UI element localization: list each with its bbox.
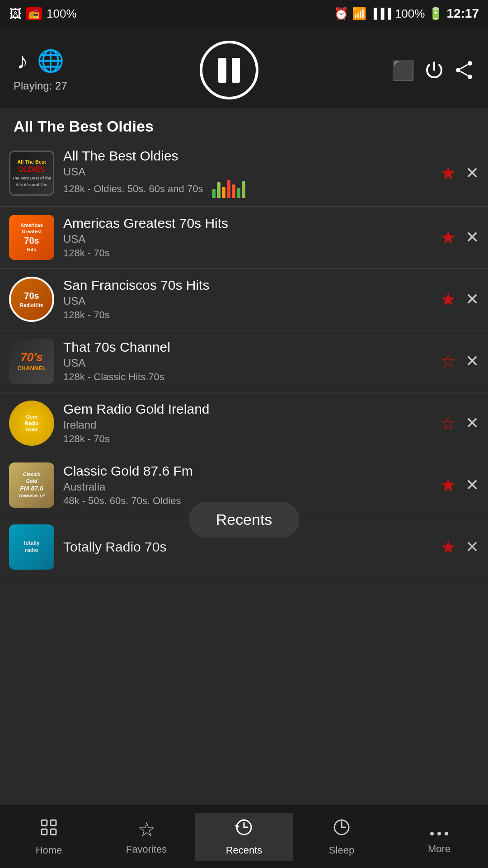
more-icon — [429, 819, 449, 840]
station-actions: ☆ ✕ — [440, 413, 479, 434]
nav-item-more[interactable]: More — [390, 814, 488, 859]
station-logo: AmericasGreatest70sHits — [9, 215, 54, 260]
station-actions: ★ ✕ — [440, 475, 479, 495]
player-left-icons: ♪ 🌐 Playing: 27 — [14, 48, 67, 92]
station-logo: ClassicGoldFM 87.6TOWNSVILLE — [9, 462, 54, 508]
battery-percent: 100% — [395, 7, 425, 21]
svg-point-13 — [445, 832, 448, 835]
app-icon: 📻 — [26, 7, 42, 20]
svg-point-12 — [437, 832, 441, 835]
station-name: Totally Radio 70s — [63, 539, 440, 555]
station-details: 128k - 70s — [63, 309, 440, 321]
svg-line-3 — [460, 65, 468, 69]
station-country: USA — [63, 357, 440, 369]
station-country: USA — [63, 165, 440, 178]
station-name: Classic Gold 87.6 Fm — [63, 463, 440, 479]
signal-icon: ▐▐▐ — [370, 8, 391, 19]
playing-label: Playing: 27 — [14, 80, 67, 92]
home-label: Home — [36, 844, 62, 856]
nav-item-home[interactable]: Home — [0, 813, 98, 861]
radio-item[interactable]: All The BestOLDIESThe Very Best of the 5… — [0, 140, 488, 207]
station-details: 128k - Classic Hits.70s — [63, 371, 440, 383]
player-header: ♪ 🌐 Playing: 27 ⬛ — [0, 27, 488, 108]
remove-button[interactable]: ✕ — [465, 414, 479, 433]
station-name: San Franciscos 70s Hits — [63, 278, 440, 293]
time-display: 12:17 — [446, 6, 479, 21]
favorite-button[interactable]: ★ — [440, 163, 456, 184]
remove-button[interactable]: ✕ — [465, 164, 479, 183]
station-country: Australia — [63, 481, 440, 493]
favorite-button[interactable]: ★ — [440, 289, 456, 310]
share-button[interactable] — [454, 60, 474, 80]
sleep-label: Sleep — [329, 844, 354, 856]
recents-tooltip: Recents — [189, 502, 300, 538]
main-content: All The BestOLDIESThe Very Best of the 5… — [0, 140, 488, 646]
favorites-icon: ☆ — [138, 818, 155, 841]
station-info: Totally Radio 70s — [63, 539, 440, 555]
station-country: USA — [63, 233, 440, 245]
svg-point-11 — [430, 832, 434, 835]
station-logo: 70'sCHANNEL — [9, 339, 54, 384]
favorite-button[interactable]: ★ — [440, 537, 456, 557]
nav-item-sleep[interactable]: Sleep — [293, 813, 390, 861]
section-title: All The Best Oldies — [0, 108, 488, 140]
nav-item-favorites[interactable]: ☆ Favorites — [98, 813, 195, 860]
station-details: 128k - Oldies. 50s. 60s and 70s — [63, 183, 203, 195]
more-label: More — [428, 843, 450, 855]
music-note-button[interactable]: ♪ — [17, 48, 28, 74]
station-name: Gem Radio Gold Ireland — [63, 401, 440, 417]
remove-button[interactable]: ✕ — [465, 476, 479, 495]
station-actions: ★ ✕ — [440, 163, 479, 184]
pause-button[interactable] — [200, 41, 258, 99]
svg-rect-7 — [51, 820, 56, 826]
nav-item-recents[interactable]: Recents — [195, 813, 293, 861]
wifi-icon: 📶 — [352, 7, 366, 21]
station-info: Americas Greatest 70s Hits USA 128k - 70… — [63, 216, 440, 259]
station-country: Ireland — [63, 419, 440, 431]
bottom-nav: Home ☆ Favorites Recents Sleep — [0, 805, 488, 868]
status-left: 🖼 📻 100% — [9, 6, 77, 21]
svg-line-4 — [460, 71, 468, 75]
equalizer — [212, 180, 245, 198]
station-logo: totallyradio — [9, 524, 54, 570]
radio-item[interactable]: AmericasGreatest70sHits Americas Greates… — [0, 207, 488, 269]
station-name: That 70s Channel — [63, 340, 440, 355]
home-icon — [39, 817, 59, 842]
favorite-button[interactable]: ☆ — [440, 351, 456, 372]
photo-icon: 🖼 — [9, 6, 22, 21]
pause-icon — [218, 58, 240, 83]
station-actions: ★ ✕ — [440, 537, 479, 557]
alarm-icon: ⏰ — [334, 7, 348, 21]
remove-button[interactable]: ✕ — [465, 228, 479, 247]
station-info: Classic Gold 87.6 Fm Australia 48k - 50s… — [63, 463, 440, 507]
power-button[interactable] — [424, 60, 445, 80]
station-actions: ★ ✕ — [440, 289, 479, 310]
sleep-icon — [332, 817, 352, 842]
station-details: 128k - 70s — [63, 247, 440, 259]
station-details: 128k - 70s — [63, 433, 440, 445]
radio-item[interactable]: 70sRadioHits San Franciscos 70s Hits USA… — [0, 269, 488, 330]
station-info: All The Best Oldies USA 128k - Oldies. 5… — [63, 148, 440, 198]
svg-point-2 — [456, 68, 460, 72]
remove-button[interactable]: ✕ — [465, 538, 479, 557]
svg-point-0 — [468, 61, 472, 66]
status-right: ⏰ 📶 ▐▐▐ 100% 🔋 12:17 — [334, 6, 479, 21]
favorite-button[interactable]: ☆ — [440, 413, 456, 434]
favorite-button[interactable]: ★ — [440, 227, 456, 248]
station-logo: GemRadioGold — [9, 401, 54, 446]
remove-button[interactable]: ✕ — [465, 352, 479, 371]
globe-button[interactable]: 🌐 — [37, 48, 64, 74]
svg-rect-6 — [42, 829, 47, 835]
svg-rect-5 — [42, 820, 47, 826]
radio-item[interactable]: GemRadioGold Gem Radio Gold Ireland Irel… — [0, 392, 488, 454]
station-country: USA — [63, 295, 440, 307]
station-name: Americas Greatest 70s Hits — [63, 216, 440, 231]
station-actions: ★ ✕ — [440, 227, 479, 248]
stop-button[interactable]: ⬛ — [391, 59, 415, 81]
favorite-button[interactable]: ★ — [440, 475, 456, 495]
station-info: San Franciscos 70s Hits USA 128k - 70s — [63, 278, 440, 321]
radio-item[interactable]: 70'sCHANNEL That 70s Channel USA 128k - … — [0, 330, 488, 392]
station-logo: All The BestOLDIESThe Very Best of the 5… — [9, 151, 54, 196]
station-name: All The Best Oldies — [63, 148, 440, 164]
remove-button[interactable]: ✕ — [465, 290, 479, 309]
